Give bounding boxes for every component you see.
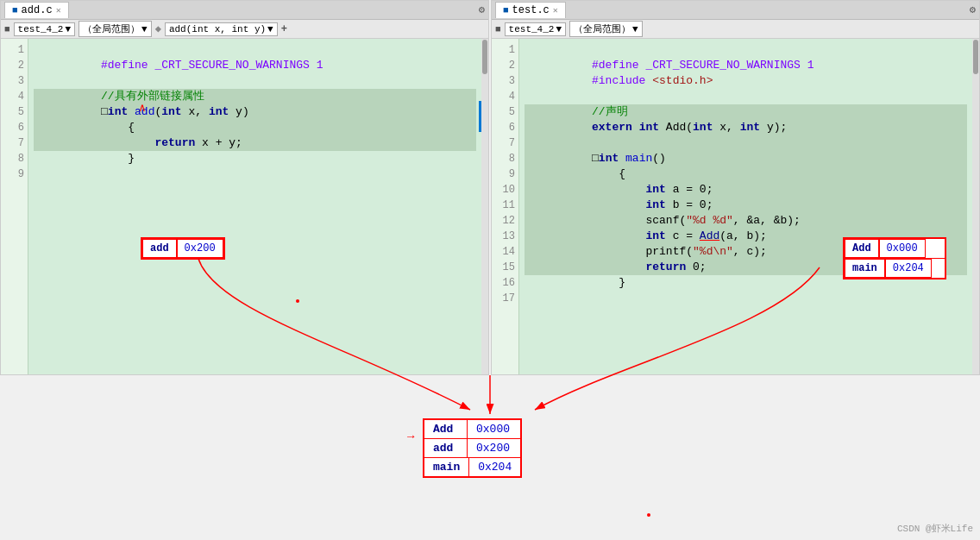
- right-line-num-13: 13: [492, 229, 515, 244]
- left-tab-pin: ✕: [56, 5, 61, 16]
- right-scrollbar-thumb[interactable]: [973, 40, 978, 74]
- arrow-indicator: →: [407, 430, 414, 443]
- left-line-numbers: 1 2 3 4 5 6 7 8 9: [1, 39, 28, 374]
- left-dropdown1[interactable]: test_4_2 ▼: [14, 22, 75, 36]
- right-tab-pin: ✕: [553, 5, 558, 16]
- line-num-5: 5: [1, 104, 24, 120]
- line-num-6: 6: [1, 120, 24, 135]
- right-line-17: [525, 291, 967, 306]
- left-code-panel: ■ add.c ✕ ⚙ ■ test_4_2 ▼ （全局范围） ▼ ◆ add(…: [0, 0, 489, 375]
- right-line-numbers: 1 2 3 4 5 6 7 8 9 10 11 12 13 14 15 16 1…: [492, 39, 519, 374]
- left-func-name: add(int x, int y): [169, 24, 266, 35]
- watermark: CSDN @虾米Life: [897, 522, 973, 535]
- left-tab-active[interactable]: ■ add.c ✕: [4, 2, 69, 18]
- right-line-4: //声明: [525, 89, 967, 104]
- right-line-num-14: 14: [492, 244, 515, 260]
- bottom-row-2: main 0x204: [424, 458, 520, 476]
- right-scope-name: （全局范围）: [574, 22, 631, 35]
- bottom-table: Add 0x000 add 0x200 main 0x204: [423, 418, 522, 478]
- right-line-num-17: 17: [492, 291, 515, 306]
- right-line-num-10: 10: [492, 182, 515, 198]
- right-line-num-15: 15: [492, 260, 515, 275]
- right-line-num-3: 3: [492, 73, 515, 89]
- bottom-red-dot: [647, 513, 650, 517]
- left-scope-name: （全局范围）: [83, 22, 140, 35]
- right-scrollbar[interactable]: [972, 39, 979, 374]
- left-dropdown2[interactable]: （全局范围） ▼: [79, 21, 152, 37]
- right-dropdown1-arrow: ▼: [556, 24, 562, 35]
- right-tab-icon: ■: [503, 5, 509, 16]
- right-dropdown1[interactable]: test_4_2 ▼: [505, 22, 566, 36]
- left-red-dot: [296, 299, 299, 303]
- right-ann-top-value: 0x000: [879, 239, 926, 258]
- right-tab-settings[interactable]: ⚙: [970, 3, 976, 16]
- left-scrollbar-thumb[interactable]: [482, 40, 487, 74]
- left-scrollbar[interactable]: [481, 39, 488, 374]
- left-tab-settings[interactable]: ⚙: [479, 3, 485, 16]
- right-ann-top-row: Add 0x000: [845, 239, 945, 259]
- line-num-9: 9: [1, 166, 24, 182]
- left-line-9: [34, 166, 476, 182]
- left-ann-label: add: [142, 239, 177, 258]
- right-line-7: □int main(): [525, 135, 967, 151]
- line-num-7: 7: [1, 135, 24, 151]
- right-line-num-12: 12: [492, 213, 515, 229]
- right-ann-top-label: Add: [845, 239, 879, 258]
- left-add-button[interactable]: +: [281, 23, 287, 35]
- left-tab-bar: ■ add.c ✕ ⚙: [1, 1, 488, 20]
- bottom-row-1-value: 0x200: [468, 439, 518, 457]
- right-line-num-9: 9: [492, 166, 515, 182]
- left-toolbar: ■ test_4_2 ▼ （全局范围） ▼ ◆ add(int x, int y…: [1, 20, 488, 39]
- left-ann-value: 0x200: [177, 239, 223, 258]
- left-code-content: #define _CRT_SECURE_NO_WARNINGS 1 //具有外部…: [28, 39, 481, 374]
- left-tab-name: add.c: [22, 4, 53, 16]
- right-line-1: #define _CRT_SECURE_NO_WARNINGS 1: [525, 42, 967, 58]
- right-line-num-11: 11: [492, 198, 515, 213]
- bottom-row-0: Add 0x000: [424, 420, 520, 439]
- right-line-num-4: 4: [492, 89, 515, 104]
- right-code-panel: ■ test.c ✕ ⚙ ■ test_4_2 ▼ （全局范围） ▼ 1 2 3: [491, 0, 980, 375]
- right-dropdown2-arrow: ▼: [632, 24, 638, 35]
- right-ann-bottom-label: main: [845, 259, 885, 278]
- left-dropdown2-arrow: ▼: [141, 24, 148, 35]
- right-line-num-7: 7: [492, 135, 515, 151]
- line-num-2: 2: [1, 58, 24, 73]
- right-line-num-8: 8: [492, 151, 515, 166]
- right-tab-name: test.c: [512, 4, 550, 16]
- bottom-row-0-label: Add: [424, 420, 468, 438]
- right-ann-bottom-row: main 0x204: [845, 259, 945, 278]
- right-ann-box: Add 0x000 main 0x204: [843, 237, 946, 279]
- right-dropdown2[interactable]: （全局范围） ▼: [569, 21, 643, 37]
- line-num-3: 3: [1, 73, 24, 89]
- left-line-1: #define _CRT_SECURE_NO_WARNINGS 1: [34, 42, 476, 58]
- right-project-name: test_4_2: [509, 24, 555, 35]
- left-tab-icon: ■: [12, 5, 18, 16]
- left-project-name: test_4_2: [18, 24, 64, 35]
- right-code-area: 1 2 3 4 5 6 7 8 9 10 11 12 13 14 15 16 1…: [492, 39, 979, 374]
- bottom-row-2-value: 0x204: [469, 458, 520, 476]
- right-code-content: #define _CRT_SECURE_NO_WARNINGS 1 #inclu…: [519, 39, 972, 374]
- left-ann-box: add 0x200: [141, 237, 225, 260]
- right-tab-active[interactable]: ■ test.c ✕: [495, 2, 566, 18]
- right-project-icon: ■: [495, 24, 501, 35]
- bottom-row-1-label: add: [424, 439, 468, 457]
- left-project-icon: ■: [4, 24, 10, 35]
- right-toolbar: ■ test_4_2 ▼ （全局范围） ▼: [492, 20, 979, 39]
- left-line-3: //具有外部链接属性: [34, 73, 476, 89]
- left-dropdown3[interactable]: add(int x, int y) ▼: [165, 22, 278, 36]
- right-tab-bar: ■ test.c ✕ ⚙: [492, 1, 979, 20]
- right-line-num-16: 16: [492, 275, 515, 291]
- right-line-num-5: 5: [492, 104, 515, 120]
- cursor-mark: ∧: [139, 101, 146, 115]
- right-line-num-2: 2: [492, 58, 515, 73]
- bottom-row-1: add 0x200: [424, 439, 520, 458]
- left-dropdown1-arrow: ▼: [65, 24, 71, 35]
- bottom-row-0-value: 0x000: [468, 420, 518, 438]
- line-num-4: 4: [1, 89, 24, 104]
- left-scope-icon: ◆: [155, 22, 161, 35]
- line-num-8: 8: [1, 151, 24, 166]
- bottom-area: → Add 0x000 add 0x200 main 0x204 CSDN @虾…: [0, 375, 980, 540]
- bottom-row-2-label: main: [424, 458, 469, 476]
- right-ann-bottom-value: 0x204: [885, 259, 932, 278]
- right-line-num-1: 1: [492, 42, 515, 58]
